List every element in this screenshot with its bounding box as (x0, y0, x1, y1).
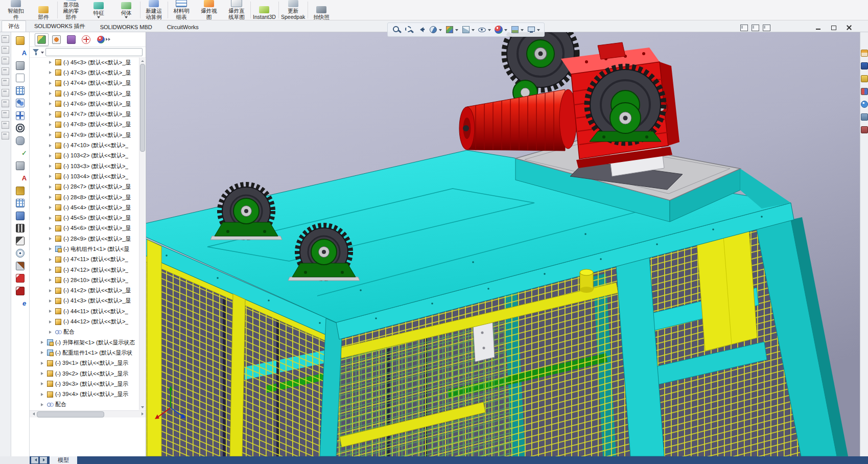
tree-item[interactable]: (-) 47<8> (默认<<默认>_显 (30, 120, 140, 130)
reference-part-icon[interactable] (11, 72, 29, 85)
rotate-component-icon[interactable] (11, 122, 29, 135)
commandmanager-tab[interactable]: SOLIDWORKS MBD (93, 22, 159, 32)
tab-scroll-right-icon[interactable] (40, 457, 47, 463)
tree-vertical-scrollbar[interactable] (139, 57, 145, 410)
interference-check-icon[interactable]: ✓ (11, 147, 29, 160)
save-pdf-icon[interactable] (11, 272, 29, 285)
expand-arrow-icon[interactable] (49, 102, 53, 105)
expand-arrow-icon[interactable] (49, 154, 53, 157)
previous-view-icon[interactable] (415, 25, 427, 35)
dock-tool-icon-10[interactable] (2, 132, 9, 140)
smart-fastener-icon[interactable] (11, 59, 29, 72)
expand-arrow-icon[interactable] (49, 279, 53, 282)
header-overflow-chevron[interactable] (105, 34, 112, 45)
dock-tool-icon-7[interactable] (2, 100, 9, 107)
tree-horizontal-scrollbar[interactable] (30, 410, 146, 417)
animation-icon[interactable] (11, 235, 29, 247)
dimxpertmanager-tab[interactable] (79, 33, 93, 46)
tree-filter-input[interactable] (45, 48, 143, 56)
dock-tool-icon-5[interactable] (2, 78, 9, 86)
expand-arrow-icon[interactable] (41, 362, 45, 365)
tree-item[interactable]: (-) 103<3> (默认<<默认>_ (30, 161, 140, 171)
tree-item[interactable]: (-) 47<12> (默认<<默认>_ (30, 265, 140, 275)
graphics-viewport[interactable] (146, 32, 860, 456)
restore-button[interactable] (830, 24, 838, 31)
leader-arrow-icon[interactable] (11, 184, 29, 197)
expand-arrow-icon[interactable] (49, 227, 53, 230)
expand-arrow-icon[interactable] (49, 217, 53, 220)
tree-item[interactable]: (-) 47<4> (默认<<默认>_显 (30, 78, 140, 88)
ribbon-button[interactable]: 部件 (30, 0, 57, 20)
tree-item[interactable]: (-) 47<7> (默认<<默认>_显 (30, 109, 140, 119)
expand-arrow-icon[interactable] (49, 165, 53, 168)
tree-item[interactable]: (-) 28<10> (默认<<默认>_ (30, 275, 140, 285)
expand-arrow-icon[interactable] (49, 237, 53, 240)
dock-tool-icon-9[interactable] (2, 121, 9, 129)
tree-item[interactable]: (-) 45<3> (默认<<默认>_显 (30, 57, 140, 67)
featuremanager-tab[interactable] (35, 33, 49, 46)
expand-arrow-icon[interactable] (49, 185, 53, 189)
tree-item[interactable]: (-) 103<2> (默认<<默认>_ (30, 151, 140, 161)
edrawings-icon[interactable]: e (11, 297, 29, 310)
ribbon-button[interactable]: 拍快照 (308, 0, 335, 20)
tree-item[interactable]: (-) 28<7> (默认<<默认>_显 (30, 182, 140, 192)
filter-caret-icon[interactable] (41, 52, 44, 55)
view-settings-icon[interactable] (526, 25, 541, 35)
appearances-icon[interactable] (861, 101, 868, 108)
ribbon-button[interactable]: 爆炸视 图 (195, 0, 223, 20)
dock-tool-icon-3[interactable] (2, 57, 9, 64)
ribbon-button[interactable]: 新建运 动算例 (140, 0, 168, 20)
tree-item[interactable]: (-) 电机组件1<1> (默认<显 (30, 244, 140, 254)
tree-item[interactable]: (-) 47<10> (默认<<默认>_ (30, 140, 140, 150)
expand-arrow-icon[interactable] (49, 320, 53, 323)
tree-item[interactable]: (-) 45<5> (默认<<默认>_显 (30, 213, 140, 223)
configurationmanager-tab[interactable] (64, 33, 78, 46)
tree-item[interactable]: (-) 39<1> (默认<<默认>_显示 (30, 358, 140, 368)
component-group-icon[interactable] (11, 97, 29, 110)
ribbon-button[interactable]: 显示隐 藏的零 部件 (57, 0, 85, 20)
move-component-icon[interactable] (11, 109, 29, 122)
tree-item[interactable]: 配合 (30, 327, 140, 337)
propertymanager-tab[interactable] (50, 33, 63, 46)
scrollbar-thumb[interactable] (37, 411, 104, 417)
expand-arrow-icon[interactable] (49, 289, 53, 292)
expand-arrow-icon[interactable] (41, 382, 45, 385)
insert-component-icon[interactable] (11, 34, 29, 47)
tree-item[interactable]: (-) 配重组件1<1> (默认<显示状 (30, 347, 140, 358)
tree-item[interactable]: 配合 (30, 400, 140, 410)
dock-left-icon[interactable] (740, 25, 748, 31)
apply-scene-icon[interactable] (509, 25, 525, 35)
expand-arrow-icon[interactable] (49, 133, 53, 136)
tree-item[interactable]: (-) 39<4> (默认<<默认>_显示 (30, 389, 140, 400)
ribbon-button[interactable]: 更新 Speedpak (278, 0, 308, 20)
commandmanager-tab[interactable]: 评估 (2, 20, 26, 32)
expand-arrow-icon[interactable] (41, 341, 45, 344)
ribbon-button[interactable]: 何体 (112, 0, 140, 20)
scroll-right-icon[interactable] (139, 411, 146, 417)
expand-arrow-icon[interactable] (49, 92, 53, 95)
expand-arrow-icon[interactable] (49, 247, 53, 250)
tree-item[interactable]: (-) 103<4> (默认<<默认>_ (30, 171, 140, 181)
bom-icon[interactable] (11, 84, 29, 97)
expand-arrow-icon[interactable] (49, 196, 53, 199)
ribbon-button[interactable]: 特征 (85, 0, 112, 20)
tree-item[interactable]: (-) 升降框架<1> (默认<显示状态 (30, 337, 140, 347)
view-orientation-icon[interactable] (444, 25, 459, 35)
view-3d-icon[interactable] (11, 210, 29, 222)
design-library-icon[interactable] (861, 62, 868, 69)
ribbon-button[interactable]: 智能扣 件 (2, 0, 30, 20)
note-icon[interactable]: A (11, 172, 29, 185)
expand-arrow-icon[interactable] (49, 310, 53, 313)
design-table-icon[interactable] (11, 197, 29, 210)
expand-arrow-icon[interactable] (41, 372, 45, 375)
graphics-area[interactable] (146, 32, 860, 456)
annotation-icon[interactable]: A (11, 47, 29, 60)
tree-item[interactable]: (-) 47<9> (默认<<默认>_显 (30, 130, 140, 140)
expand-arrow-icon[interactable] (49, 331, 53, 334)
tree-item[interactable]: (-) 39<2> (默认<<默认>_显示 (30, 368, 140, 379)
hide-show-items-icon[interactable] (477, 25, 492, 35)
expand-arrow-icon[interactable] (49, 82, 53, 85)
tree-item[interactable]: (-) 44<11> (默认<<默认>_ (30, 306, 140, 316)
expand-arrow-icon[interactable] (49, 175, 53, 178)
dock-tool-icon-8[interactable] (2, 110, 9, 118)
